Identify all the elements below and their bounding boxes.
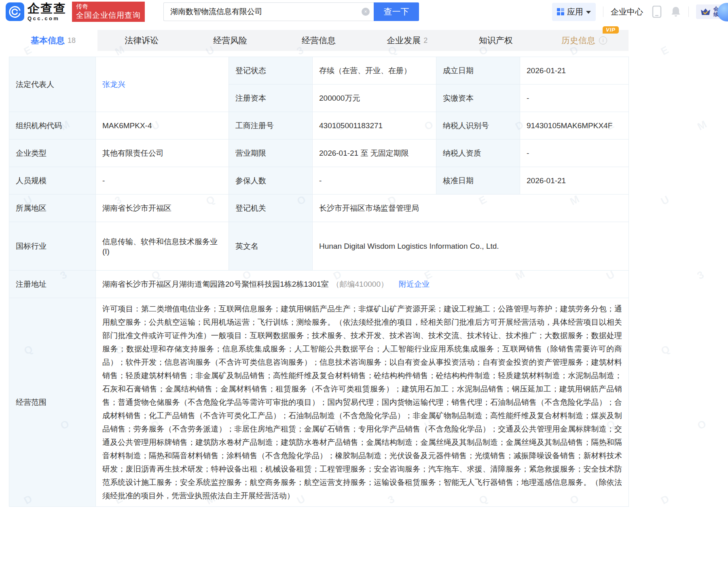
brand-text: 企查查 Qcc.com — [28, 2, 66, 21]
field-label-insured: 参保人数 — [229, 167, 313, 195]
enterprise-center-link[interactable]: 企业中心 — [611, 6, 643, 17]
field-value-insured: - — [313, 167, 436, 195]
field-label-industry: 国标行业 — [9, 222, 96, 271]
field-label-biz-reg-no: 工商注册号 — [229, 112, 313, 140]
info-icon[interactable]: i — [599, 36, 607, 44]
field-value-region: 湖南省长沙市开福区 — [96, 195, 229, 222]
basic-info-table: 法定代表人 张龙兴 登记状态 存续（在营、开业、在册） 成立日期 2026-01… — [9, 57, 629, 507]
legal-rep-link[interactable]: 张龙兴 — [102, 80, 125, 89]
address-text: 湖南省长沙市开福区月湖街道匍园路20号聚恒科技园1栋2栋1301室 — [102, 280, 329, 288]
tab-label: 经营风险 — [213, 35, 247, 46]
field-label-region: 所属地区 — [9, 195, 96, 222]
tab-intellectual-property[interactable]: 知识产权 — [451, 30, 540, 51]
field-value-reg-authority: 长沙市开福区市场监督管理局 — [313, 195, 629, 222]
tab-label: 基本信息 — [31, 35, 65, 46]
field-value-biz-term: 2026-01-21 至 无固定期限 — [313, 140, 436, 167]
top-right-nav: 应用 企业中心 会员 续费 — [552, 0, 728, 23]
qcc-logo-icon — [6, 2, 24, 21]
field-value-org-code: MAK6MPKX-4 — [96, 112, 229, 140]
field-label-taxpayer-qual: 纳税人资质 — [436, 140, 520, 167]
field-label-reg-capital: 注册资本 — [229, 85, 313, 112]
field-value-reg-capital: 200000万元 — [313, 85, 436, 112]
tab-label: 历史信息 — [561, 35, 595, 46]
qcc-logo[interactable]: 企查查 Qcc.com — [6, 2, 66, 21]
tab-legal-litigation[interactable]: 法律诉讼 — [97, 30, 186, 51]
tab-count: 18 — [68, 36, 76, 45]
top-bar: 企查查 Qcc.com 传奇 全国企业信用查询 × 查一下 应用 企业中心 — [0, 0, 728, 23]
field-label-legal-rep: 法定代表人 — [9, 57, 96, 112]
tab-operation-info[interactable]: 经营信息 — [275, 30, 363, 51]
field-label-company-type: 企业类型 — [9, 140, 96, 167]
field-label-reg-authority: 登记机关 — [229, 195, 313, 222]
vip-badge: VIP — [603, 26, 619, 34]
apps-grid-icon — [557, 8, 564, 15]
field-label-address: 注册地址 — [9, 271, 96, 298]
clear-search-icon[interactable]: × — [362, 8, 370, 16]
field-value-company-type: 其他有限责任公司 — [96, 140, 229, 167]
divider — [688, 6, 689, 17]
field-label-taxpayer-id: 纳税人识别号 — [436, 112, 520, 140]
field-label-business-scope: 经营范围 — [9, 298, 96, 507]
field-value-est-date: 2026-01-21 — [520, 57, 629, 85]
tab-label: 经营信息 — [302, 35, 336, 46]
field-label-approval-date: 核准日期 — [436, 167, 520, 195]
tab-company-development[interactable]: 企业发展 2 — [363, 30, 451, 51]
field-value-reg-status: 存续（在营、开业、在册） — [313, 57, 436, 85]
field-value-business-scope: 许可项目：第二类增值电信业务；互联网信息服务；建筑用钢筋产品生产；非煤矿山矿产资… — [96, 298, 629, 507]
field-label-org-code: 组织机构代码 — [9, 112, 96, 140]
notifications-bell-icon[interactable] — [671, 6, 681, 17]
field-value-address: 湖南省长沙市开福区月湖街道匍园路20号聚恒科技园1栋2栋1301室（邮编4100… — [96, 271, 629, 298]
brand-domain: Qcc.com — [28, 16, 66, 21]
address-zip: （邮编410000） — [332, 280, 388, 288]
search-input[interactable] — [163, 2, 374, 21]
field-value-approval-date: 2026-01-21 — [520, 167, 629, 195]
field-value-taxpayer-qual: - — [520, 140, 629, 167]
field-value-staff-size: - — [96, 167, 229, 195]
tab-operation-risk[interactable]: 经营风险 — [186, 30, 275, 51]
slogan-line2: 全国企业信用查询 — [76, 11, 141, 20]
tab-count: 2 — [423, 36, 427, 45]
field-value-paid-capital: - — [520, 85, 629, 112]
field-value-taxpayer-id: 91430105MAK6MPKX4F — [520, 112, 629, 140]
field-label-biz-term: 营业期限 — [229, 140, 313, 167]
mobile-app-icon[interactable] — [652, 6, 662, 18]
field-value-biz-reg-no: 430105001183271 — [313, 112, 436, 140]
search-button[interactable]: 查一下 — [374, 2, 419, 21]
slogan-line1: 传奇 — [76, 3, 141, 11]
tab-label: 知识产权 — [479, 35, 513, 46]
brand-name: 企查查 — [28, 2, 66, 15]
tab-label: 企业发展 — [387, 35, 421, 46]
crown-icon — [700, 7, 711, 17]
nearby-companies-link[interactable]: 附近企业 — [399, 280, 430, 288]
field-label-staff-size: 人员规模 — [9, 167, 96, 195]
apps-menu[interactable]: 应用 — [552, 3, 596, 21]
divider — [603, 6, 603, 17]
field-value-legal-rep: 张龙兴 — [96, 57, 229, 112]
field-value-english-name: Hunan Digital Wisdom Logistics Informati… — [313, 222, 629, 271]
search-group: × 查一下 — [163, 2, 419, 21]
tab-basic-info[interactable]: 基本信息 18 — [9, 30, 97, 51]
field-label-est-date: 成立日期 — [436, 57, 520, 85]
field-label-reg-status: 登记状态 — [229, 57, 313, 85]
slogan-badge: 传奇 全国企业信用查询 — [72, 2, 145, 22]
chevron-down-icon — [586, 11, 591, 14]
tab-history-info[interactable]: VIP 历史信息 i — [540, 30, 629, 51]
tab-label: 法律诉讼 — [125, 35, 159, 46]
field-label-paid-capital: 实缴资本 — [436, 85, 520, 112]
field-value-industry: 信息传输、软件和信息技术服务业 (I) — [96, 222, 229, 271]
field-label-english-name: 英文名 — [229, 222, 313, 271]
apps-label: 应用 — [567, 6, 583, 17]
section-tabs: 基本信息 18 法律诉讼 经营风险 经营信息 企业发展 2 知识产权 VIP 历… — [9, 30, 629, 51]
